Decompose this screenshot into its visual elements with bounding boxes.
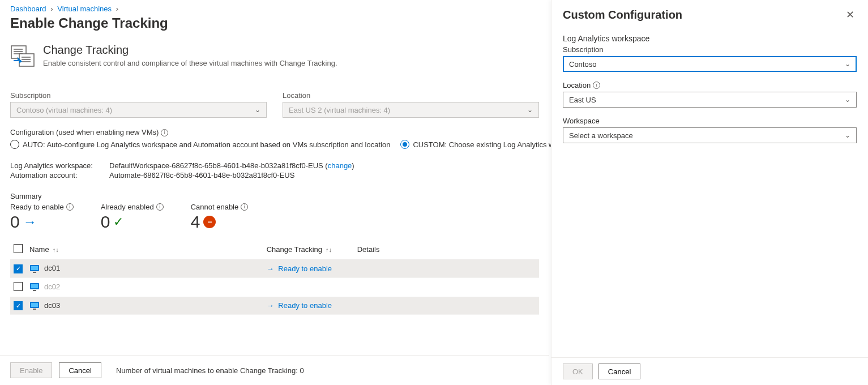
hero-desc: Enable consistent control and compliance…: [43, 59, 337, 67]
automation-val: Automate-68627f8c-65b8-4601-b48e-b032a81…: [109, 171, 294, 179]
location-value: East US 2 (virtual machines: 4): [289, 106, 390, 114]
panel-ok-button[interactable]: OK: [563, 363, 593, 379]
breadcrumb-vms[interactable]: Virtual machines: [57, 5, 112, 13]
chevron-down-icon: ⌄: [845, 96, 850, 104]
la-workspace-key: Log Analytics workspace:: [10, 161, 109, 170]
hero-title: Change Tracking: [43, 44, 337, 57]
panel-subscription-dropdown[interactable]: Contoso ⌄: [563, 56, 857, 72]
la-workspace-val: DefaultWorkspace-68627f8c-65b8-4601-b48e…: [109, 161, 354, 170]
status-ready: → Ready to enable: [267, 301, 332, 310]
stop-icon: −: [203, 216, 216, 228]
table-row[interactable]: dc02: [10, 277, 539, 297]
close-icon[interactable]: ✕: [843, 8, 857, 22]
panel-title: Custom Configuration: [563, 8, 682, 22]
change-tracking-icon: [10, 44, 35, 69]
row-checkbox[interactable]: ✓: [14, 301, 23, 310]
table-row[interactable]: ✓dc03→ Ready to enable: [10, 297, 539, 315]
panel-location-value: East US: [569, 96, 596, 104]
subscription-value: Contoso (virtual machines: 4): [16, 106, 112, 114]
chevron-down-icon: ⌄: [255, 106, 260, 114]
svg-rect-16: [33, 309, 36, 310]
panel-workspace-value: Select a workspace: [569, 131, 633, 140]
vm-table: Name↑↓ Change Tracking↑↓ Details ✓dc01→ …: [10, 239, 539, 315]
svg-rect-4: [19, 54, 34, 66]
panel-location-label: Locationi: [563, 81, 857, 89]
chevron-right-icon: ›: [50, 5, 53, 13]
cannot-count: 4−: [191, 212, 249, 232]
cannot-label: Cannot enablei: [191, 203, 249, 211]
row-checkbox[interactable]: [14, 282, 23, 291]
subscription-dropdown[interactable]: Contoso (virtual machines: 4) ⌄: [10, 102, 267, 118]
chevron-down-icon: ⌄: [845, 131, 850, 139]
sort-icon: ↑↓: [326, 246, 332, 253]
radio-auto-label: AUTO: Auto-configure Log Analytics works…: [23, 140, 390, 149]
footer: Enable Cancel Number of virtual machines…: [0, 355, 549, 385]
info-icon[interactable]: i: [241, 203, 248, 211]
svg-rect-13: [33, 290, 36, 291]
arrow-right-icon: →: [23, 214, 37, 230]
breadcrumb: Dashboard › Virtual machines ›: [10, 5, 539, 13]
info-icon[interactable]: i: [156, 203, 164, 211]
radio-custom[interactable]: CUSTOM: Choose existing Log Analytics wo…: [400, 140, 576, 149]
select-all-checkbox[interactable]: [14, 244, 23, 253]
vm-name: dc02: [44, 283, 60, 291]
change-link[interactable]: change: [328, 161, 352, 170]
col-name[interactable]: Name↑↓: [26, 239, 263, 260]
location-label: Location: [283, 91, 539, 100]
panel-la-header: Log Analytics workspace: [563, 34, 857, 43]
footer-note: Number of virtual machines to enable Cha…: [116, 366, 304, 375]
already-count: 0✓: [101, 212, 164, 232]
vm-icon: [29, 301, 40, 310]
already-label: Already enabledi: [101, 203, 164, 211]
svg-rect-15: [31, 303, 38, 307]
col-change-tracking[interactable]: Change Tracking↑↓: [263, 239, 354, 260]
panel-subscription-label: Subscription: [563, 45, 857, 54]
svg-rect-12: [31, 284, 38, 288]
vm-name: dc01: [44, 264, 60, 272]
svg-rect-9: [31, 266, 38, 270]
checkmark-icon: ✓: [113, 215, 123, 229]
sort-icon: ↑↓: [53, 246, 59, 253]
col-details[interactable]: Details: [354, 239, 539, 260]
custom-config-panel: Custom Configuration ✕ Log Analytics wor…: [551, 0, 868, 385]
enable-button[interactable]: Enable: [10, 362, 52, 378]
radio-auto[interactable]: AUTO: Auto-configure Log Analytics works…: [10, 140, 390, 149]
chevron-down-icon: ⌄: [845, 60, 850, 68]
summary-title: Summary: [10, 192, 539, 200]
vm-name: dc03: [44, 301, 60, 310]
chevron-down-icon: ⌄: [527, 106, 533, 114]
configuration-label: Configuration (used when enabling new VM…: [10, 128, 539, 136]
svg-rect-10: [33, 272, 36, 273]
chevron-right-icon: ›: [116, 5, 118, 13]
subscription-label: Subscription: [10, 91, 267, 100]
panel-workspace-label: Workspace: [563, 117, 857, 125]
breadcrumb-dashboard[interactable]: Dashboard: [10, 5, 46, 13]
panel-subscription-value: Contoso: [569, 60, 596, 69]
location-dropdown[interactable]: East US 2 (virtual machines: 4) ⌄: [283, 102, 539, 118]
panel-location-dropdown[interactable]: East US ⌄: [563, 92, 857, 108]
radio-icon: [10, 140, 19, 149]
table-row[interactable]: ✓dc01→ Ready to enable: [10, 260, 539, 278]
info-icon[interactable]: i: [161, 129, 168, 136]
info-icon[interactable]: i: [66, 203, 74, 211]
panel-workspace-dropdown[interactable]: Select a workspace ⌄: [563, 127, 857, 143]
status-ready: → Ready to enable: [267, 264, 332, 273]
ready-label: Ready to enablei: [10, 203, 74, 211]
ready-count: 0→: [10, 212, 74, 232]
automation-key: Automation account:: [10, 171, 109, 179]
vm-icon: [29, 264, 40, 273]
cancel-button[interactable]: Cancel: [59, 362, 101, 378]
row-checkbox[interactable]: ✓: [14, 264, 23, 273]
info-icon[interactable]: i: [593, 82, 600, 89]
vm-icon: [29, 283, 40, 292]
radio-icon: [400, 140, 409, 149]
page-title: Enable Change Tracking: [10, 15, 539, 31]
panel-cancel-button[interactable]: Cancel: [598, 363, 640, 379]
